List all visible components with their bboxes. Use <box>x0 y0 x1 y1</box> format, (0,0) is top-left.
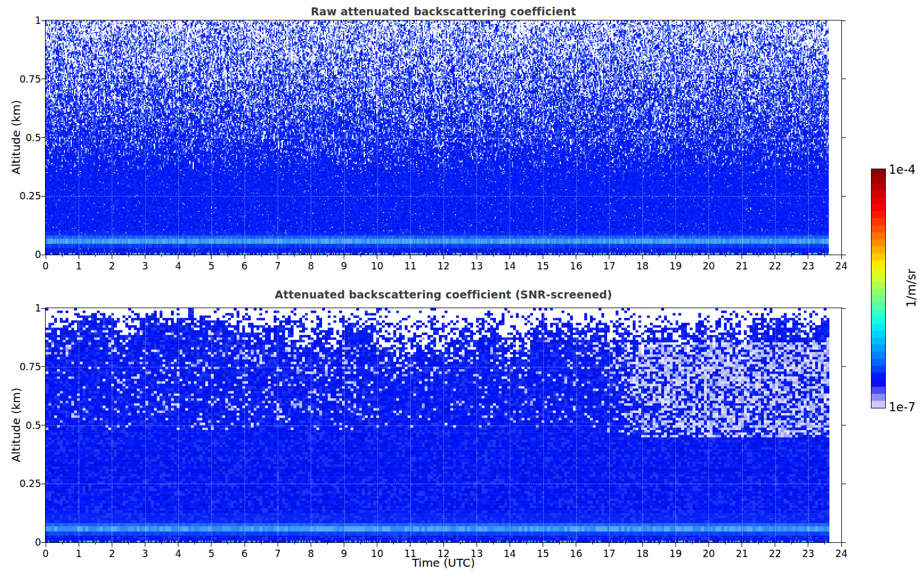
y-tick-label: 0 <box>11 536 41 549</box>
x-tick-label: 6 <box>232 260 257 272</box>
y-right-tick <box>841 366 846 367</box>
x-tick-label: 20 <box>696 260 721 272</box>
y-tick-label: 0.25 <box>11 190 41 202</box>
x-tick-label: 14 <box>497 547 522 560</box>
x-minor-tick <box>625 255 626 257</box>
x-minor-tick <box>791 542 792 545</box>
x-tick-label: 16 <box>564 547 589 560</box>
x-minor-tick <box>426 255 427 257</box>
x-minor-tick <box>227 542 228 545</box>
x-major-tick <box>278 542 278 547</box>
x-minor-tick <box>327 542 328 545</box>
x-minor-tick <box>725 255 726 257</box>
colorbar <box>871 169 886 408</box>
x-tick-label: 0 <box>33 547 58 560</box>
y-tick-label: 0.5 <box>11 132 41 144</box>
x-minor-tick <box>161 542 162 545</box>
y-tick-label: 0.75 <box>11 73 41 85</box>
x-minor-tick <box>493 542 494 545</box>
x-major-tick <box>642 542 643 547</box>
x-major-tick <box>112 542 112 547</box>
x-tick-label: 3 <box>133 547 158 560</box>
x-major-tick <box>245 255 245 259</box>
x-tick-label: 2 <box>99 547 124 560</box>
x-tick-label: 10 <box>365 547 390 560</box>
y-major-tick <box>41 137 46 138</box>
screened-panel-title: Attenuated backscattering coefficient (S… <box>46 288 841 301</box>
x-tick-label: 7 <box>265 547 290 560</box>
x-tick-label: 4 <box>166 547 191 560</box>
x-tick-label: 10 <box>365 260 390 272</box>
x-minor-tick <box>128 542 129 545</box>
x-major-tick <box>808 255 808 259</box>
x-minor-tick <box>360 542 361 545</box>
x-minor-tick <box>294 542 295 545</box>
x-minor-tick <box>559 255 560 257</box>
x-minor-tick <box>360 255 361 257</box>
x-tick-label: 14 <box>497 260 522 272</box>
x-tick-label: 1 <box>66 260 91 272</box>
y-major-tick <box>41 196 46 197</box>
x-major-tick <box>543 255 543 259</box>
x-minor-tick <box>824 255 825 257</box>
x-tick-label: 17 <box>597 547 622 560</box>
x-minor-tick <box>592 542 593 545</box>
x-major-tick <box>145 542 145 547</box>
x-major-tick <box>211 542 211 547</box>
x-major-tick <box>543 542 543 547</box>
x-minor-tick <box>261 255 262 257</box>
x-tick-label: 23 <box>796 547 821 560</box>
x-tick-label: 11 <box>398 547 423 560</box>
y-tick-label: 0.5 <box>11 419 41 432</box>
y-right-tick <box>841 21 846 21</box>
x-major-tick <box>443 255 444 259</box>
colorbar-max-label: 1e-4 <box>889 163 915 177</box>
x-minor-tick <box>791 255 792 257</box>
y-right-tick <box>841 308 846 309</box>
x-tick-label: 19 <box>663 260 688 272</box>
x-minor-tick <box>460 542 461 545</box>
colorbar-units-label: 1/m/sr <box>905 226 919 351</box>
x-tick-label: 9 <box>332 260 357 272</box>
y-right-tick <box>841 484 846 484</box>
x-tick-label: 23 <box>796 260 821 272</box>
x-major-tick <box>278 255 278 259</box>
x-tick-label: 17 <box>597 260 622 272</box>
x-major-tick <box>775 542 775 547</box>
y-tick-label: 0.25 <box>11 477 41 490</box>
x-minor-tick <box>758 255 759 257</box>
x-minor-tick <box>692 542 693 545</box>
x-major-tick <box>145 255 145 259</box>
y-right-tick <box>841 196 846 197</box>
x-major-tick <box>609 542 609 547</box>
x-major-tick <box>775 255 775 259</box>
x-major-tick <box>211 255 211 259</box>
x-minor-tick <box>692 255 693 257</box>
raw-panel-title: Raw attenuated backscattering coefficien… <box>46 5 841 18</box>
x-major-tick <box>311 255 311 259</box>
x-major-tick <box>642 255 643 259</box>
x-tick-label: 2 <box>99 260 124 272</box>
x-major-tick <box>410 542 410 547</box>
x-minor-tick <box>659 255 660 257</box>
x-major-tick <box>344 542 344 547</box>
x-minor-tick <box>493 255 494 257</box>
x-tick-label: 11 <box>398 260 423 272</box>
x-major-tick <box>46 542 46 547</box>
x-minor-tick <box>426 542 427 545</box>
x-major-tick <box>79 255 79 259</box>
x-major-tick <box>477 255 477 259</box>
x-minor-tick <box>659 542 660 545</box>
x-tick-label: 5 <box>199 547 224 560</box>
x-tick-label: 21 <box>730 547 755 560</box>
y-right-tick <box>841 79 846 79</box>
x-minor-tick <box>824 542 825 545</box>
screened-plot-area <box>45 308 842 543</box>
x-tick-label: 22 <box>763 547 788 560</box>
x-major-tick <box>178 255 178 259</box>
figure: Raw attenuated backscattering coefficien… <box>0 0 924 581</box>
y-right-tick <box>841 255 846 255</box>
x-major-tick <box>609 255 609 259</box>
x-major-tick <box>245 542 245 547</box>
y-tick-label: 0 <box>11 248 41 261</box>
